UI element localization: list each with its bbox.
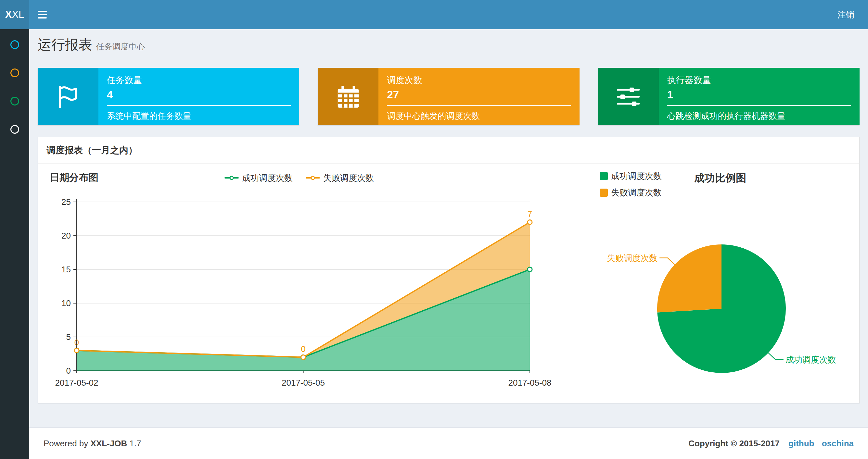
svg-text:2017-05-08: 2017-05-08 [508,378,552,388]
sliders-icon [598,68,659,125]
xxl-job-dashboard: XXL 注销 运行报表任务调度中心 [0,0,868,459]
circle-icon [10,68,19,77]
footer: Powered by XXL-JOB 1.7 Copyright © 2015-… [29,427,868,459]
circle-icon [10,125,19,134]
info-box-value: 27 [387,89,571,101]
info-box-jobs: 任务数量 4 系统中配置的任务数量 [38,68,299,125]
circle-icon [10,97,19,105]
line-chart-legend: 成功调度次数 失败调度次数 [224,172,374,184]
svg-text:20: 20 [61,231,71,240]
info-box-desc: 系统中配置的任务数量 [107,110,291,122]
svg-text:0: 0 [66,366,71,375]
panel-header: 调度报表（一月之内） [38,137,859,164]
svg-text:成功调度次数: 成功调度次数 [785,355,836,364]
logo-text-bold: X [5,9,12,21]
sidebar [0,29,29,459]
svg-text:7: 7 [528,209,532,219]
svg-text:2017-05-02: 2017-05-02 [55,378,98,388]
square-legend-icon [600,172,608,180]
page-subtitle: 任务调度中心 [96,42,145,51]
info-box-desc: 心跳检测成功的执行器机器数量 [667,110,851,122]
copyright: Copyright © 2015-2017 github oschina [688,438,854,449]
svg-text:5: 5 [66,332,71,342]
info-box-title: 执行器数量 [667,74,851,86]
pie-chart-title: 成功比例图 [694,171,746,185]
pie-chart: 成功调度次数失败调度次数 [553,198,851,387]
sidebar-toggle-button[interactable] [29,0,55,29]
svg-text:0: 0 [301,344,305,354]
content-area: 运行报表任务调度中心 任务数量 4 系统中配置的任务数量 [29,29,868,427]
logo-text: XL [12,9,24,21]
date-distribution-chart: 日期分布图 成功调度次数 失败调度次数 0510152 [46,168,553,395]
line-legend-icon [306,177,320,178]
divider [387,105,571,106]
content-header: 运行报表任务调度中心 [38,37,860,54]
info-box-title: 调度次数 [387,74,571,86]
svg-text:0: 0 [74,337,79,347]
svg-text:15: 15 [61,265,71,274]
info-box-value: 4 [107,89,291,101]
page-title: 运行报表任务调度中心 [38,37,860,54]
sidebar-item-2[interactable] [0,59,29,87]
svg-text:失败调度次数: 失败调度次数 [607,253,657,263]
calendar-icon [318,68,378,125]
legend-item-success[interactable]: 成功调度次数 [600,170,662,182]
svg-text:25: 25 [61,197,71,207]
powered-by: Powered by XXL-JOB 1.7 [43,438,141,449]
square-legend-icon [600,189,608,197]
info-box-value: 1 [667,89,851,101]
legend-item-fail[interactable]: 失败调度次数 [306,172,374,184]
success-ratio-chart: 成功调度次数 失败调度次数 成功比例图 成功调度次数失败调度次数 [553,168,851,395]
flag-icon [38,68,98,125]
navbar-main: 注销 [29,0,868,29]
info-box-title: 任务数量 [107,74,291,86]
line-legend-icon [224,177,239,178]
info-boxes-row: 任务数量 4 系统中配置的任务数量 [38,68,860,125]
divider [667,105,851,106]
sidebar-item-4[interactable] [0,115,29,143]
divider [107,105,291,106]
info-box-desc: 调度中心触发的调度次数 [387,110,571,122]
panel-title: 调度报表（一月之内） [46,145,137,155]
sidebar-item-3[interactable] [0,87,29,115]
legend-item-success[interactable]: 成功调度次数 [224,172,293,184]
hamburger-icon [38,11,47,12]
info-box-executors: 执行器数量 1 心跳检测成功的执行器机器数量 [598,68,860,125]
stacked-area-chart: 05101520252017-05-022017-05-052017-05-08… [46,187,553,395]
github-link[interactable]: github [788,438,814,448]
svg-text:10: 10 [61,298,71,308]
line-chart-title: 日期分布图 [50,171,98,185]
oschina-link[interactable]: oschina [822,438,854,448]
panel-body: 日期分布图 成功调度次数 失败调度次数 0510152 [38,164,859,403]
svg-text:2017-05-05: 2017-05-05 [282,378,325,388]
info-box-triggers: 调度次数 27 调度中心触发的调度次数 [318,68,579,125]
sidebar-item-1[interactable] [0,31,29,59]
top-navbar: XXL 注销 [0,0,868,29]
legend-item-fail[interactable]: 失败调度次数 [600,187,662,198]
logo[interactable]: XXL [0,0,29,29]
logout-link[interactable]: 注销 [824,9,868,21]
circle-icon [10,40,19,49]
pie-chart-legend: 成功调度次数 失败调度次数 [600,170,662,198]
schedule-report-panel: 调度报表（一月之内） 日期分布图 成功调度次数 失败调度次 [38,137,860,403]
